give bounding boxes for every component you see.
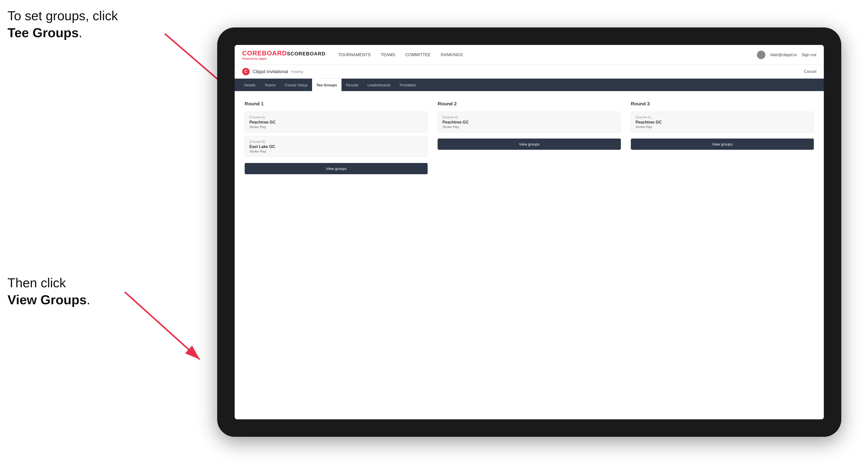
tablet-frame: COREBOARDSCOREBOARD Powered by clippd TO…	[217, 27, 841, 437]
round-1-course-b-name: East Lake GC	[249, 145, 423, 149]
instruction-top-bold: Tee Groups	[7, 26, 79, 40]
nav-committee[interactable]: COMMITTEE	[405, 51, 431, 59]
instruction-top-period: .	[79, 26, 82, 40]
round-3-course-a-name: Peachtree GC	[636, 120, 809, 125]
tournament-title-area: C Clippd Invitational Hosting	[242, 68, 303, 75]
tab-printables[interactable]: Printables	[395, 79, 421, 91]
scoreboard-logo: COREBOARDSCOREBOARD Powered by clippd	[242, 50, 326, 60]
instruction-bottom-period: .	[87, 292, 90, 307]
tournament-c-logo: C	[242, 68, 250, 75]
powered-by: Powered by clippd	[242, 57, 326, 60]
nav-rankings[interactable]: RANKINGS	[441, 51, 463, 59]
round-3-course-a-card: (Course A) Peachtree GC Stroke Play	[631, 112, 814, 132]
instruction-top-line1: To set groups, click	[7, 8, 118, 23]
tournament-status: Hosting	[291, 70, 303, 74]
tab-course-setup[interactable]: Course Setup	[280, 79, 312, 91]
round-1-course-b-label: (Course B)	[249, 140, 423, 144]
round-3-course-a-format: Stroke Play	[636, 125, 809, 129]
round-3-view-groups-button[interactable]: View groups	[631, 138, 814, 150]
tablet-screen: COREBOARDSCOREBOARD Powered by clippd TO…	[235, 45, 824, 419]
instruction-bottom-bold: View Groups	[7, 292, 87, 307]
round-2-view-groups-button[interactable]: View groups	[438, 138, 621, 150]
tab-teams[interactable]: Teams	[260, 79, 280, 91]
nav-links: TOURNAMENTS TEAMS COMMITTEE RANKINGS	[338, 51, 757, 59]
user-email: blair@clippd.io	[770, 53, 797, 57]
round-1-course-a-name: Peachtree GC	[249, 120, 423, 125]
sign-out-link[interactable]: Sign out	[802, 53, 816, 57]
round-1-course-a-format: Stroke Play	[249, 125, 423, 129]
top-nav-right: blair@clippd.io Sign out	[757, 51, 816, 59]
instruction-top: To set groups, click Tee Groups.	[7, 7, 118, 41]
svg-line-3	[125, 292, 200, 360]
round-2-course-a-label: (Course A)	[442, 115, 616, 119]
round-1-course-a-card: (Course A) Peachtree GC Stroke Play	[245, 112, 428, 132]
tab-tee-groups[interactable]: Tee Groups	[312, 79, 342, 91]
nav-teams[interactable]: TEAMS	[381, 51, 396, 59]
round-2-course-a-card: (Course A) Peachtree GC Stroke Play	[438, 112, 621, 132]
round-2-column: Round 2 (Course A) Peachtree GC Stroke P…	[438, 101, 621, 174]
round-2-course-a-format: Stroke Play	[442, 125, 616, 129]
instruction-bottom-line1: Then click	[7, 276, 66, 290]
round-1-course-b-format: Stroke Play	[249, 150, 423, 153]
round-2-title: Round 2	[438, 101, 621, 106]
round-3-column: Round 3 (Course A) Peachtree GC Stroke P…	[631, 101, 814, 174]
round-3-course-a-label: (Course A)	[636, 115, 809, 119]
instruction-bottom: Then click View Groups.	[7, 275, 90, 308]
nav-tournaments[interactable]: TOURNAMENTS	[338, 51, 371, 59]
round-1-title: Round 1	[245, 101, 428, 106]
top-nav: COREBOARDSCOREBOARD Powered by clippd TO…	[235, 45, 824, 65]
tab-results[interactable]: Results	[342, 79, 363, 91]
tab-nav: Details Teams Course Setup Tee Groups Re…	[235, 79, 824, 91]
cancel-button[interactable]: Cancel	[804, 69, 816, 74]
round-1-course-b-card: (Course B) East Lake GC Stroke Play	[245, 136, 428, 157]
round-3-title: Round 3	[631, 101, 814, 106]
user-avatar	[757, 51, 766, 59]
tab-details[interactable]: Details	[240, 79, 260, 91]
tab-leaderboards[interactable]: Leaderboards	[363, 79, 395, 91]
round-1-course-a-label: (Course A)	[249, 115, 423, 119]
round-2-course-a-name: Peachtree GC	[442, 120, 616, 125]
tournament-header: C Clippd Invitational Hosting Cancel	[235, 65, 824, 79]
rounds-grid: Round 1 (Course A) Peachtree GC Stroke P…	[245, 101, 814, 174]
tournament-name: Clippd Invitational	[253, 69, 288, 74]
round-1-view-groups-button[interactable]: View groups	[245, 163, 428, 174]
main-content: Round 1 (Course A) Peachtree GC Stroke P…	[235, 91, 824, 419]
logo-text: COREBOARDSCOREBOARD	[242, 50, 326, 57]
round-1-column: Round 1 (Course A) Peachtree GC Stroke P…	[245, 101, 428, 174]
